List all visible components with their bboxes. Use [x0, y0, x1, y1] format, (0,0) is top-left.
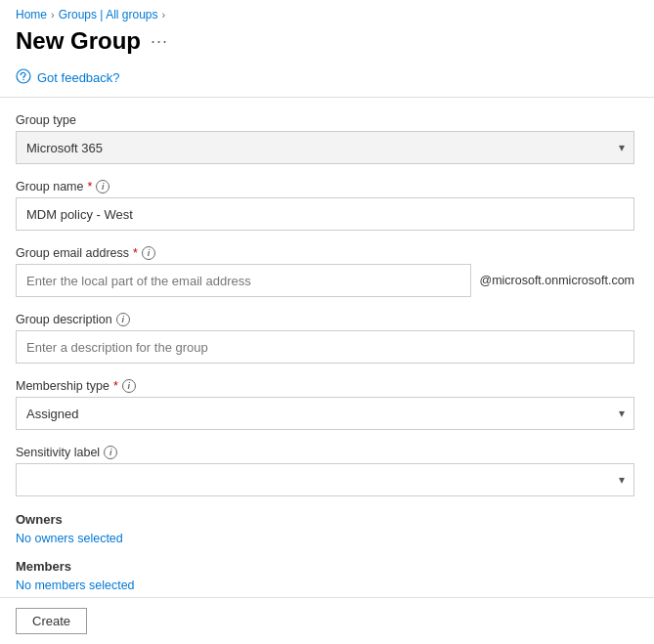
breadcrumb-sep-2: › [162, 9, 166, 21]
group-description-info-icon[interactable]: i [116, 313, 130, 326]
group-type-label: Group type [16, 113, 634, 127]
membership-type-info-icon[interactable]: i [122, 379, 136, 393]
membership-type-select-wrapper: Assigned Dynamic User Dynamic Device ▾ [16, 397, 634, 430]
group-email-input[interactable] [16, 264, 471, 297]
sensitivity-label-info-icon[interactable]: i [104, 446, 117, 459]
breadcrumb-home[interactable]: Home [16, 8, 47, 21]
group-description-input[interactable] [16, 330, 634, 364]
group-description-field: Group description i [16, 313, 634, 364]
form-area: Group type Microsoft 365 Security Mail-e… [0, 98, 654, 597]
footer-bar: Create [0, 597, 654, 644]
group-email-label: Group email address * i [16, 246, 634, 260]
group-email-field: Group email address * i @microsoft.onmic… [16, 246, 634, 297]
membership-type-field: Membership type * i Assigned Dynamic Use… [16, 379, 634, 430]
group-email-info-icon[interactable]: i [142, 246, 155, 260]
page-wrapper: Home › Groups | All groups › New Group ·… [0, 0, 654, 644]
feedback-icon [16, 68, 31, 87]
more-options-icon[interactable]: ··· [151, 31, 168, 52]
sensitivity-label-select-wrapper: ▾ [16, 463, 634, 496]
membership-type-label: Membership type * i [16, 379, 634, 393]
page-title: New Group [16, 27, 141, 55]
owners-section: Owners No owners selected [16, 512, 634, 545]
group-name-input[interactable] [16, 197, 634, 231]
no-owners-link[interactable]: No owners selected [16, 532, 123, 545]
owners-title: Owners [16, 512, 634, 527]
email-suffix: @microsoft.onmicrosoft.com [479, 274, 634, 287]
group-name-field: Group name * i [16, 180, 634, 231]
svg-point-0 [17, 69, 30, 83]
members-title: Members [16, 559, 634, 574]
feedback-bar[interactable]: Got feedback? [0, 63, 654, 98]
group-name-info-icon[interactable]: i [96, 180, 109, 193]
group-description-label: Group description i [16, 313, 634, 326]
breadcrumb-sep-1: › [51, 9, 55, 21]
group-email-required: * [133, 246, 138, 260]
group-type-select[interactable]: Microsoft 365 Security Mail-enabled secu… [16, 131, 634, 164]
sensitivity-label-field: Sensitivity label i ▾ [16, 446, 634, 496]
group-type-select-wrapper: Microsoft 365 Security Mail-enabled secu… [16, 131, 634, 164]
feedback-label[interactable]: Got feedback? [37, 70, 120, 85]
group-name-required: * [87, 180, 92, 193]
breadcrumb-groups[interactable]: Groups | All groups [59, 8, 158, 21]
svg-point-1 [22, 79, 23, 80]
breadcrumb: Home › Groups | All groups › [0, 0, 654, 25]
membership-type-select[interactable]: Assigned Dynamic User Dynamic Device [16, 397, 634, 430]
email-row: @microsoft.onmicrosoft.com [16, 264, 634, 297]
group-type-field: Group type Microsoft 365 Security Mail-e… [16, 113, 634, 164]
no-members-link[interactable]: No members selected [16, 579, 135, 592]
sensitivity-label-select[interactable] [16, 463, 634, 496]
members-section: Members No members selected [16, 559, 634, 592]
membership-type-required: * [113, 379, 118, 393]
page-header: New Group ··· [0, 25, 654, 63]
group-name-label: Group name * i [16, 180, 634, 193]
sensitivity-label-label: Sensitivity label i [16, 446, 634, 459]
create-button[interactable]: Create [16, 608, 87, 634]
